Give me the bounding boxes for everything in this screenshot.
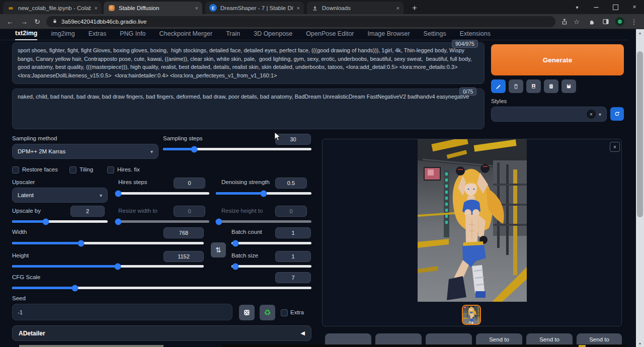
new-tab-button[interactable]: + [409, 2, 421, 14]
hires-steps-label: Hires steps [118, 179, 147, 185]
generated-image[interactable] [418, 139, 527, 302]
partial-next-section [19, 345, 164, 347]
hires-fix-checkbox[interactable] [107, 166, 114, 173]
slider-knob[interactable] [78, 240, 85, 246]
upscale-by-value[interactable]: 2 [70, 206, 105, 217]
batch-size-value[interactable]: 1 [275, 251, 311, 262]
tab-train[interactable]: Train [226, 30, 240, 40]
random-seed-button[interactable] [239, 305, 255, 320]
kebab-menu-icon[interactable]: ⋮ [628, 16, 640, 28]
tab-img2img[interactable]: img2img [51, 30, 74, 40]
page-scrollbar[interactable]: ▲ ▼ [636, 29, 644, 347]
scrollbar-thumb[interactable] [637, 51, 643, 217]
slider-knob[interactable] [115, 190, 121, 197]
side-panel-icon[interactable] [600, 16, 612, 28]
extra-networks-button[interactable] [526, 79, 541, 93]
back-button[interactable]: ← [4, 16, 16, 28]
tab-close-icon[interactable]: × [195, 5, 198, 11]
clear-prompt-button[interactable] [509, 79, 523, 93]
slider-knob[interactable] [261, 190, 267, 197]
browser-tab-downloads[interactable]: Downloads × [307, 2, 404, 14]
extra-seed-checkbox[interactable] [281, 309, 288, 316]
tab-extras[interactable]: Extras [89, 30, 106, 40]
height-value[interactable]: 1152 [164, 251, 204, 262]
width-value[interactable]: 768 [164, 227, 204, 238]
browser-tab-stable-diffusion[interactable]: Stable Diffusion × [104, 2, 202, 14]
apply-styles-button[interactable] [544, 79, 558, 93]
negative-prompt-textarea[interactable]: naked, child, bad hand, bad draw, bad dr… [12, 89, 485, 129]
prompt-textarea[interactable]: sport shoes, fighter, fight, fight Glove… [12, 42, 485, 84]
share-icon[interactable] [558, 16, 571, 28]
batch-count-value[interactable]: 1 [275, 227, 311, 238]
tab-close-icon[interactable]: × [297, 5, 300, 11]
gallery-thumbnail[interactable] [462, 305, 481, 325]
refresh-styles-button[interactable] [610, 107, 624, 121]
window-maximize-button[interactable] [606, 0, 625, 14]
tab-openpose-editor[interactable]: OpenPose Editor [306, 30, 354, 40]
tab-settings[interactable]: Settings [424, 30, 446, 40]
swap-dimensions-button[interactable]: ⇅ [211, 242, 226, 257]
batch-size-slider[interactable] [231, 265, 311, 268]
tab-extensions[interactable]: Extensions [460, 30, 491, 40]
denoising-slider[interactable] [216, 192, 311, 195]
styles-clear-icon[interactable]: × [587, 110, 596, 119]
cfg-scale-slider[interactable] [12, 287, 311, 289]
browser-tab-colab[interactable]: ∞ new_colab_file.ipynb - Colaborat × [3, 2, 102, 14]
browser-tab-dreamshaper[interactable]: c DreamShaper - 7 | Stable Diffusio × [205, 2, 304, 14]
slider-knob[interactable] [71, 285, 78, 291]
prompt-token-counter: 904/975 [452, 40, 478, 48]
upscale-by-slider[interactable] [12, 220, 108, 223]
restore-faces-checkbox[interactable] [12, 166, 19, 173]
styles-dropdown[interactable]: × ▾ [491, 107, 607, 122]
send-to-label: Send to [589, 336, 609, 342]
address-bar[interactable]: 3a59ec42041dbb46cb.gradio.live [46, 16, 555, 27]
sampling-steps-slider[interactable] [163, 148, 311, 150]
close-preview-button[interactable]: × [610, 142, 620, 152]
slider-knob[interactable] [232, 240, 238, 246]
adetailer-accordion[interactable]: ADetailer ◀ [12, 325, 311, 341]
profile-avatar[interactable] [614, 16, 626, 28]
tiling-checkbox[interactable] [69, 166, 76, 173]
tab-close-icon[interactable]: × [396, 5, 399, 11]
forward-button[interactable]: → [18, 16, 30, 28]
upscaler-dropdown[interactable]: Latent ▾ [12, 188, 108, 203]
sampling-method-dropdown[interactable]: DPM++ 2M Karras ▾ [12, 144, 158, 159]
scroll-up-icon[interactable]: ▲ [636, 29, 644, 36]
width-label: Width [12, 229, 27, 235]
tab-search-chevron[interactable]: ▾ [568, 0, 587, 14]
window-close-button[interactable]: × [625, 0, 644, 14]
hires-steps-value[interactable]: 0 [174, 178, 205, 189]
hires-steps-slider[interactable] [115, 192, 209, 195]
extensions-puzzle-icon[interactable] [586, 16, 598, 28]
slider-fill [12, 287, 75, 289]
reuse-seed-button[interactable]: ♻ [260, 305, 275, 320]
slider-knob[interactable] [232, 263, 238, 270]
tab-checkpoint-merger[interactable]: Checkpoint Merger [159, 30, 213, 40]
scroll-down-icon[interactable]: ▼ [636, 340, 644, 347]
tab-image-browser[interactable]: Image Browser [368, 30, 410, 40]
bookmark-star-icon[interactable]: ☆ [571, 16, 583, 28]
hires-fix-label: Hires. fix [117, 166, 140, 172]
seed-input[interactable]: -1 [12, 304, 232, 320]
slider-fill [12, 220, 46, 223]
denoising-value[interactable]: 0.5 [275, 178, 307, 189]
slider-knob[interactable] [191, 146, 197, 152]
slider-fill [12, 265, 118, 268]
tab-png-info[interactable]: PNG Info [120, 30, 145, 40]
tab-close-icon[interactable]: × [95, 5, 98, 11]
generate-button[interactable]: Generate [491, 44, 624, 75]
slider-knob[interactable] [114, 263, 121, 270]
read-parameters-button[interactable] [491, 79, 506, 93]
reload-button[interactable]: ↻ [31, 16, 43, 28]
window-minimize-button[interactable]: – [587, 0, 606, 14]
batch-count-slider[interactable] [231, 242, 311, 244]
height-slider[interactable] [12, 265, 204, 268]
tab-title: Stable Diffusion [119, 5, 192, 11]
save-style-button[interactable] [561, 79, 576, 93]
tab-txt2img[interactable]: txt2img [15, 30, 37, 40]
tab-3d-openpose[interactable]: 3D Openpose [254, 30, 292, 40]
cfg-scale-value[interactable]: 7 [275, 272, 311, 283]
slider-knob[interactable] [42, 218, 49, 225]
width-slider[interactable] [12, 242, 204, 244]
screen: ∞ new_colab_file.ipynb - Colaborat × Sta… [0, 0, 644, 347]
